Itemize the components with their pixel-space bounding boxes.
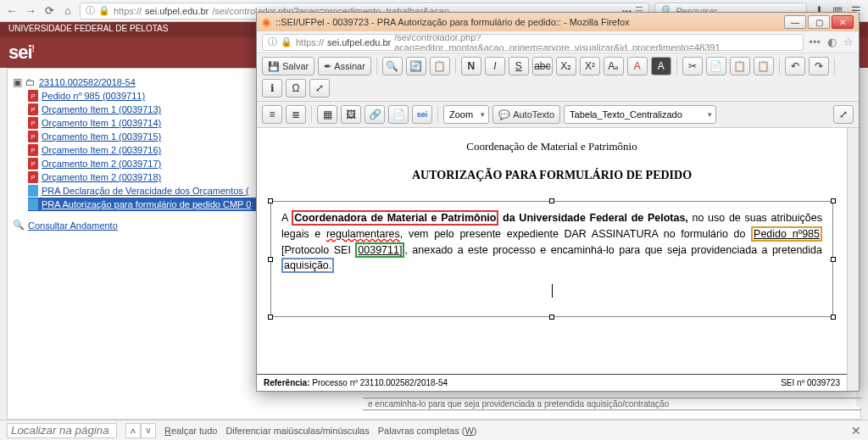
info-icon: ⓘ — [86, 4, 95, 17]
copy2-icon[interactable]: 📄 — [706, 57, 726, 75]
style-select[interactable]: Tabela_Texto_Centralizado — [564, 105, 716, 124]
auth-title: AUTORIZAÇÃO PARA FORMULÁRIO DE PEDIDO — [270, 169, 833, 182]
sign-button[interactable]: ✒Assinar — [318, 57, 371, 75]
underline-icon[interactable]: S — [509, 57, 529, 75]
doc-icon — [28, 198, 38, 210]
help-icon[interactable]: ℹ — [262, 79, 282, 97]
paste-icon[interactable]: 📋 — [730, 57, 750, 75]
resize-handle[interactable] — [831, 315, 836, 320]
collapse-icon[interactable]: ▣ — [13, 76, 22, 88]
doc-paragraph[interactable]: A Coordenadora de Material e Patrimônio … — [281, 210, 822, 274]
tree-item-label[interactable]: PRA Autorização para formulário de pedid… — [42, 199, 251, 209]
tree-item-label[interactable]: Orçamento Item 1 (0039714) — [42, 118, 161, 128]
popup-titlebar[interactable]: ◉ ::SEI/UFPel - 0039723 - PRA Autorizaçã… — [257, 13, 859, 31]
superscript-icon[interactable]: X² — [580, 57, 600, 75]
green-doc-icon[interactable]: 📄 — [388, 105, 409, 124]
minimize-button[interactable]: — — [784, 15, 806, 29]
sync-icon[interactable]: ◐ — [827, 36, 837, 48]
tree-item-label[interactable]: Orçamento Item 2 (0039718) — [42, 172, 161, 182]
tree-item-label[interactable]: PRA Declaração de Veracidade dos Orçamen… — [42, 186, 249, 196]
find-next-button[interactable]: v — [141, 423, 156, 438]
find-prev-button[interactable]: ʌ — [125, 423, 141, 438]
subscript-icon[interactable]: X₂ — [556, 57, 576, 75]
process-link[interactable]: 23110.002582/2018-54 — [39, 77, 136, 87]
italic-icon[interactable]: I — [485, 57, 505, 75]
ref-proc: Processo nº 23110.002582/2018-54 — [309, 378, 448, 387]
reload-icon[interactable]: ⟳ — [42, 4, 56, 18]
lock-icon: 🔒 — [98, 5, 110, 16]
editor-body[interactable]: Coordenação de Material e Patrimônio AUT… — [257, 128, 847, 374]
pdf-icon: P — [28, 171, 38, 183]
cut-icon[interactable]: ✂ — [682, 57, 703, 75]
firefox-icon: ◉ — [262, 16, 270, 28]
match-case-option[interactable]: Diferenciar maiúsculas/minúsculas — [225, 426, 369, 436]
resize-handle[interactable] — [831, 257, 836, 262]
tree-item-label[interactable]: Pedido nº 985 (0039711) — [42, 91, 145, 101]
text-color-icon[interactable]: A — [627, 57, 648, 75]
tree-item-label[interactable]: Orçamento Item 1 (0039713) — [42, 104, 161, 114]
forward-icon[interactable]: → — [24, 4, 37, 18]
coord-title: Coordenação de Material e Patrimônio — [270, 140, 833, 153]
cursor-line[interactable] — [281, 274, 822, 308]
pdf-icon: P — [28, 103, 38, 115]
search-icon[interactable]: 🔍 — [382, 57, 403, 75]
selected-text-box[interactable]: A Coordenadora de Material e Patrimônio … — [270, 201, 833, 317]
back-icon[interactable]: ← — [5, 4, 19, 18]
editor-toolbar-1: 💾Salvar ✒Assinar 🔍 🔄 📋 N I S abc X₂ X² A… — [257, 53, 859, 102]
undo-icon[interactable]: ↶ — [785, 57, 805, 75]
highlight-all-option[interactable]: Realçar tudo — [164, 426, 217, 436]
ref-left: Referência: Processo nº 23110.002582/201… — [264, 378, 448, 387]
resize-handle[interactable] — [831, 198, 836, 203]
maximize-button[interactable]: ▢ — [808, 15, 830, 29]
url-prefix: https:// — [296, 37, 324, 47]
save-button[interactable]: 💾Salvar — [262, 57, 314, 75]
find-input[interactable] — [7, 423, 117, 438]
pdf-icon: P — [28, 117, 38, 129]
redo-icon[interactable]: ↷ — [809, 57, 829, 75]
background-fragment-text: e encaminha-lo para que seja providencia… — [363, 398, 861, 410]
more-icon[interactable]: ••• — [809, 36, 821, 48]
resize-handle[interactable] — [549, 198, 554, 203]
paste-format-icon[interactable]: 📋 — [754, 57, 774, 75]
text: , vem pelo presente expediente DAR ASSIN… — [400, 228, 751, 240]
omega-icon[interactable]: Ω — [286, 79, 306, 97]
link-icon[interactable]: 🔗 — [364, 105, 385, 124]
star-icon[interactable]: ☆ — [843, 36, 854, 48]
resize-handle[interactable] — [268, 315, 273, 320]
expand-icon[interactable]: ⤢ — [833, 105, 854, 124]
scrollbar[interactable] — [847, 128, 859, 391]
table-icon[interactable]: ▦ — [317, 105, 337, 124]
consult-link[interactable]: Consultar Andamento — [28, 220, 118, 231]
case-icon[interactable]: Aₐ — [604, 57, 624, 75]
home-icon[interactable]: ⌂ — [61, 4, 75, 18]
list-num-icon[interactable]: ≡ — [262, 105, 282, 124]
popup-url-bar[interactable]: ⓘ 🔒 https://sei.ufpel.edu.br/sei/control… — [262, 34, 804, 51]
tree-item-label[interactable]: Orçamento Item 2 (0039717) — [42, 159, 161, 169]
resize-handle[interactable] — [268, 257, 273, 262]
sei-link-icon[interactable]: sei — [412, 105, 432, 124]
whole-words-option[interactable]: Palavras completas (W) — [378, 426, 477, 436]
bold-icon[interactable]: N — [461, 57, 481, 75]
university-label: UNIVERSIDADE FEDERAL DE PELOTAS — [8, 24, 168, 33]
strike-icon[interactable]: abc — [532, 57, 553, 75]
replace-icon[interactable]: 🔄 — [406, 57, 426, 75]
resize-handle[interactable] — [268, 198, 273, 203]
close-button[interactable]: ✕ — [832, 15, 854, 29]
resize-handle[interactable] — [549, 315, 554, 320]
pdf-icon: P — [28, 144, 38, 156]
expand-outer-icon[interactable]: ⤢ — [309, 79, 330, 97]
find-close-button[interactable]: ✕ — [851, 424, 861, 437]
zoom-select[interactable]: Zoom — [443, 105, 489, 124]
caret — [552, 284, 553, 298]
url-host: sei.ufpel.edu.br — [145, 6, 209, 16]
highlight-pedido: Pedido nº985 — [751, 226, 822, 242]
tree-item-label[interactable]: Orçamento Item 1 (0039715) — [42, 131, 161, 142]
copy-icon[interactable]: 📋 — [430, 57, 450, 75]
image-icon[interactable]: 🖼 — [341, 105, 361, 124]
tree-item-label[interactable]: Orçamento Item 2 (0039716) — [42, 145, 161, 155]
autotext-button[interactable]: 💬AutoTexto — [492, 105, 560, 124]
ref-label: Referência: — [264, 378, 309, 387]
bg-color-icon[interactable]: A — [651, 57, 671, 75]
list-bullet-icon[interactable]: ≣ — [286, 105, 306, 124]
text: A — [281, 212, 292, 224]
